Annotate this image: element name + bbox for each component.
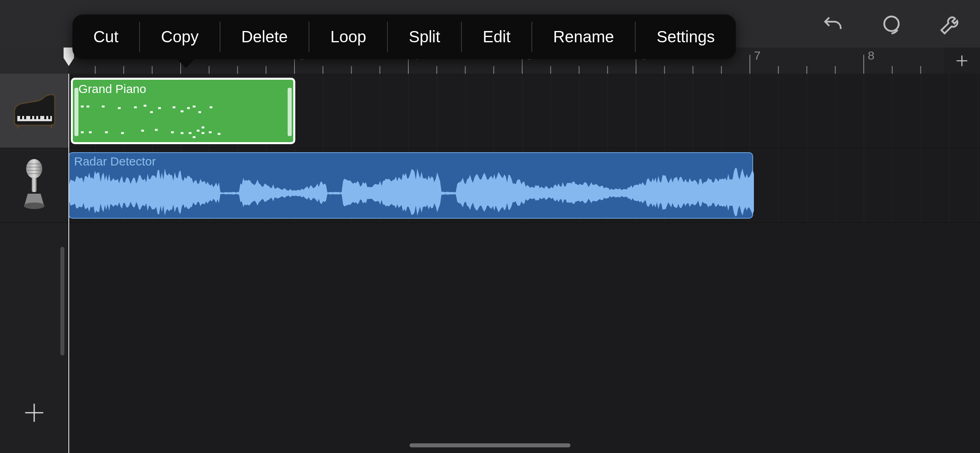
svg-rect-85 — [202, 126, 204, 128]
waveform-preview — [69, 153, 754, 219]
svg-rect-67 — [158, 107, 161, 109]
region-trim-handle-left[interactable] — [74, 88, 78, 136]
svg-rect-45 — [24, 116, 26, 119]
svg-rect-50 — [48, 116, 50, 119]
track-header-piano[interactable] — [0, 74, 68, 148]
home-indicator — [410, 443, 570, 447]
svg-rect-80 — [171, 131, 174, 133]
region-context-menu: Cut Copy Delete Loop Split Edit Rename S… — [72, 14, 736, 59]
svg-rect-48 — [38, 116, 40, 119]
svg-rect-75 — [89, 131, 92, 133]
tracks-area[interactable]: Grand Piano Radar Detector — [68, 74, 980, 453]
ruler-corner — [0, 48, 68, 74]
track-header-microphone[interactable] — [0, 148, 68, 223]
svg-rect-66 — [150, 111, 153, 113]
midi-region[interactable]: Grand Piano — [71, 78, 295, 144]
ctx-copy[interactable]: Copy — [140, 14, 219, 59]
svg-rect-76 — [105, 131, 108, 133]
add-track-button[interactable] — [0, 389, 68, 437]
ctx-settings[interactable]: Settings — [636, 14, 736, 59]
region-trim-handle-right[interactable] — [288, 88, 292, 136]
svg-rect-65 — [144, 105, 146, 107]
ctx-delete[interactable]: Delete — [220, 14, 309, 59]
svg-rect-69 — [181, 110, 183, 112]
region-label: Grand Piano — [78, 82, 146, 96]
loop-browser-icon[interactable] — [877, 9, 906, 38]
ctx-loop[interactable]: Loop — [309, 14, 387, 59]
svg-point-53 — [26, 159, 42, 178]
svg-rect-62 — [102, 105, 105, 108]
svg-rect-44 — [20, 116, 22, 119]
svg-text:7: 7 — [754, 49, 761, 62]
svg-rect-78 — [141, 130, 144, 132]
playhead-line — [68, 74, 69, 453]
svg-rect-46 — [30, 116, 32, 119]
svg-rect-87 — [209, 131, 212, 133]
ctx-split[interactable]: Split — [388, 14, 461, 59]
svg-rect-71 — [193, 105, 196, 108]
add-region-button[interactable] — [944, 48, 980, 74]
ctx-arrow — [177, 59, 195, 68]
svg-point-59 — [24, 203, 45, 209]
wrench-settings-icon[interactable] — [938, 11, 964, 37]
svg-rect-74 — [81, 131, 84, 133]
svg-rect-68 — [173, 106, 175, 108]
microphone-icon — [18, 158, 50, 212]
track-row[interactable]: Grand Piano — [68, 74, 980, 148]
svg-rect-73 — [210, 106, 212, 108]
svg-rect-86 — [202, 132, 204, 134]
ctx-edit[interactable]: Edit — [462, 14, 531, 59]
svg-rect-52 — [51, 124, 52, 128]
svg-rect-61 — [86, 105, 89, 108]
svg-rect-77 — [121, 132, 124, 134]
track-header-column — [0, 74, 68, 453]
svg-rect-79 — [155, 129, 158, 131]
svg-rect-47 — [34, 116, 36, 119]
region-label: Radar Detector — [74, 155, 156, 168]
svg-rect-64 — [134, 106, 137, 108]
undo-icon[interactable] — [820, 11, 845, 36]
track-row[interactable]: Radar Detector — [68, 148, 980, 223]
svg-rect-83 — [193, 136, 196, 138]
piano-icon — [12, 91, 56, 131]
ctx-cut[interactable]: Cut — [72, 14, 139, 59]
svg-rect-63 — [118, 107, 121, 109]
svg-rect-70 — [187, 107, 190, 109]
svg-rect-60 — [81, 105, 84, 108]
audio-region[interactable]: Radar Detector — [68, 152, 753, 219]
svg-rect-51 — [17, 124, 19, 128]
svg-rect-84 — [197, 130, 200, 132]
svg-rect-82 — [189, 132, 191, 134]
svg-rect-72 — [198, 111, 201, 113]
svg-rect-88 — [218, 133, 220, 135]
svg-rect-58 — [32, 178, 37, 192]
svg-rect-49 — [44, 116, 46, 119]
ctx-rename[interactable]: Rename — [532, 14, 635, 59]
svg-rect-81 — [181, 132, 183, 134]
scroll-indicator[interactable] — [60, 247, 64, 356]
svg-text:8: 8 — [868, 49, 875, 62]
